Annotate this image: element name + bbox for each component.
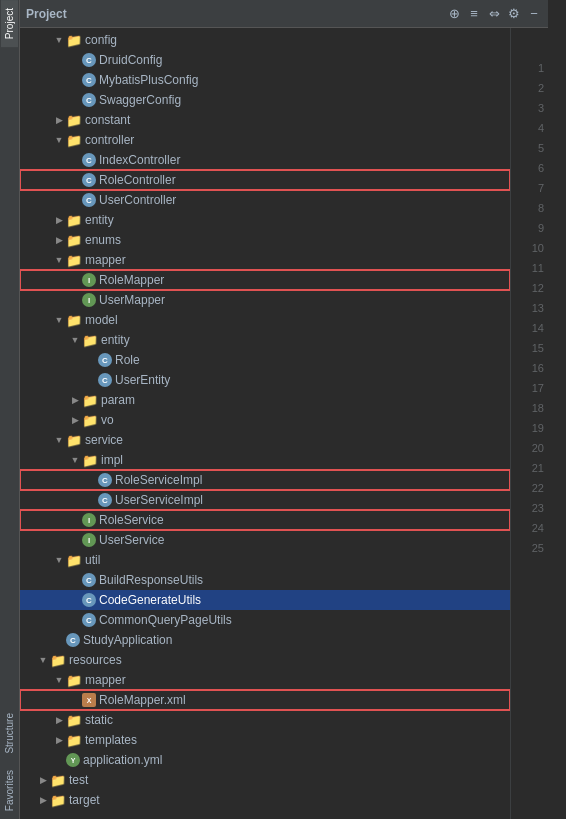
class-icon-usercontroller: C	[82, 193, 96, 207]
tree-node-target[interactable]: ▶ 📁 target	[20, 790, 510, 810]
tree-node-appyml[interactable]: ▶ Y application.yml	[20, 750, 510, 770]
class-icon-mybatis: C	[82, 73, 96, 87]
tree-node-userserviceimpl[interactable]: ▶ C UserServiceImpl	[20, 490, 510, 510]
class-icon-userserviceimpl: C	[98, 493, 112, 507]
split-icon[interactable]: ⇔	[486, 6, 502, 22]
tree-node-entity-top[interactable]: ▶ 📁 entity	[20, 210, 510, 230]
tree-node-mybatis[interactable]: ▶ C MybatisPlusConfig	[20, 70, 510, 90]
panel-title: Project	[26, 7, 67, 21]
vtab-favorites[interactable]: Favorites	[1, 762, 18, 819]
label-codegenerate: CodeGenerateUtils	[99, 593, 201, 607]
tree-node-swagger[interactable]: ▶ C SwaggerConfig	[20, 90, 510, 110]
line-7: 7	[538, 178, 544, 198]
label-rolemapper: RoleMapper	[99, 273, 164, 287]
tree-node-param[interactable]: ▶ 📁 param	[20, 390, 510, 410]
line-6: 6	[538, 158, 544, 178]
class-icon-role: C	[98, 353, 112, 367]
tree-node-rolecontroller[interactable]: ▶ C RoleController	[20, 170, 510, 190]
folder-icon-static: 📁	[66, 712, 82, 728]
line-14: 14	[532, 318, 544, 338]
tree-node-enums[interactable]: ▶ 📁 enums	[20, 230, 510, 250]
tree-node-resources[interactable]: ▼ 📁 resources	[20, 650, 510, 670]
line-11: 11	[532, 258, 544, 278]
class-icon-druidconfig: C	[82, 53, 96, 67]
folder-icon-entity-sub: 📁	[82, 332, 98, 348]
line-23: 23	[532, 498, 544, 518]
label-usermapper: UserMapper	[99, 293, 165, 307]
list-icon[interactable]: ≡	[466, 6, 482, 22]
label-util: util	[85, 553, 100, 567]
tree-node-service[interactable]: ▼ 📁 service	[20, 430, 510, 450]
label-userserviceimpl: UserServiceImpl	[115, 493, 203, 507]
folder-icon-service: 📁	[66, 432, 82, 448]
tree-node-impl[interactable]: ▼ 📁 impl	[20, 450, 510, 470]
tree-node-test[interactable]: ▶ 📁 test	[20, 770, 510, 790]
xml-icon-rolemapper: X	[82, 693, 96, 707]
label-model: model	[85, 313, 118, 327]
tree-node-indexcontroller[interactable]: ▶ C IndexController	[20, 150, 510, 170]
label-roleservice: RoleService	[99, 513, 164, 527]
label-param: param	[101, 393, 135, 407]
tree-node-usermapper[interactable]: ▶ I UserMapper	[20, 290, 510, 310]
tree-node-util[interactable]: ▼ 📁 util	[20, 550, 510, 570]
folder-icon-model: 📁	[66, 312, 82, 328]
tree-node-roleserviceimpl[interactable]: ▶ C RoleServiceImpl	[20, 470, 510, 490]
tree-node-userentity[interactable]: ▶ C UserEntity	[20, 370, 510, 390]
class-icon-commonquery: C	[82, 613, 96, 627]
tree-node-controller[interactable]: ▼ 📁 controller	[20, 130, 510, 150]
tree-node-templates[interactable]: ▶ 📁 templates	[20, 730, 510, 750]
tree-node-rolemapper-xml[interactable]: ▶ X RoleMapper.xml	[20, 690, 510, 710]
line-16: 16	[532, 358, 544, 378]
tree-node-mapper-resources[interactable]: ▼ 📁 mapper	[20, 670, 510, 690]
folder-icon-target: 📁	[50, 792, 66, 808]
tree-node-usercontroller[interactable]: ▶ C UserController	[20, 190, 510, 210]
arrow-config: ▼	[52, 35, 66, 45]
yaml-icon-app: Y	[66, 753, 80, 767]
gear-icon[interactable]: ⚙	[506, 6, 522, 22]
line-24: 24	[532, 518, 544, 538]
folder-icon-mapper-res: 📁	[66, 672, 82, 688]
tree-node-rolemapper[interactable]: ▶ I RoleMapper	[20, 270, 510, 290]
tree-node-mapper[interactable]: ▼ 📁 mapper	[20, 250, 510, 270]
vertical-sidebar-tabs: Project Structure Favorites	[0, 0, 20, 819]
tree-node-roleservice[interactable]: ▶ I RoleService	[20, 510, 510, 530]
line-10: 10	[532, 238, 544, 258]
tree-node-entity-sub[interactable]: ▼ 📁 entity	[20, 330, 510, 350]
tree-node-role[interactable]: ▶ C Role	[20, 350, 510, 370]
tree-node-codegenerate[interactable]: ▶ C CodeGenerateUtils	[20, 590, 510, 610]
line-12: 12	[532, 278, 544, 298]
interface-icon-rolemapper: I	[82, 273, 96, 287]
label-buildresponse: BuildResponseUtils	[99, 573, 203, 587]
tree-node-druidconfig[interactable]: ▶ C DruidConfig	[20, 50, 510, 70]
line-22: 22	[532, 478, 544, 498]
folder-icon-enums: 📁	[66, 232, 82, 248]
tree-node-commonquery[interactable]: ▶ C CommonQueryPageUtils	[20, 610, 510, 630]
folder-icon-config: 📁	[66, 32, 82, 48]
line-19: 19	[532, 418, 544, 438]
interface-icon-userservice: I	[82, 533, 96, 547]
folder-icon-impl: 📁	[82, 452, 98, 468]
line-17: 17	[532, 378, 544, 398]
tree-node-vo[interactable]: ▶ 📁 vo	[20, 410, 510, 430]
tree-node-config[interactable]: ▼ 📁 config	[20, 30, 510, 50]
tree-node-buildresponse[interactable]: ▶ C BuildResponseUtils	[20, 570, 510, 590]
label-rolecontroller: RoleController	[99, 173, 176, 187]
folder-icon-entity: 📁	[66, 212, 82, 228]
class-icon-swagger: C	[82, 93, 96, 107]
tree-node-constant[interactable]: ▶ 📁 constant	[20, 110, 510, 130]
tree-node-static[interactable]: ▶ 📁 static	[20, 710, 510, 730]
minus-icon[interactable]: −	[526, 6, 542, 22]
vtab-project[interactable]: Project	[1, 0, 18, 47]
line-9: 9	[538, 218, 544, 238]
vtab-structure[interactable]: Structure	[1, 705, 18, 762]
label-enums: enums	[85, 233, 121, 247]
label-druidconfig: DruidConfig	[99, 53, 162, 67]
label-userentity: UserEntity	[115, 373, 170, 387]
tree-node-model[interactable]: ▼ 📁 model	[20, 310, 510, 330]
tree-node-studyapp[interactable]: ▶ C StudyApplication	[20, 630, 510, 650]
folder-icon-param: 📁	[82, 392, 98, 408]
tree-node-userservice[interactable]: ▶ I UserService	[20, 530, 510, 550]
line-3: 3	[538, 98, 544, 118]
globe-icon[interactable]: ⊕	[446, 6, 462, 22]
label-role: Role	[115, 353, 140, 367]
